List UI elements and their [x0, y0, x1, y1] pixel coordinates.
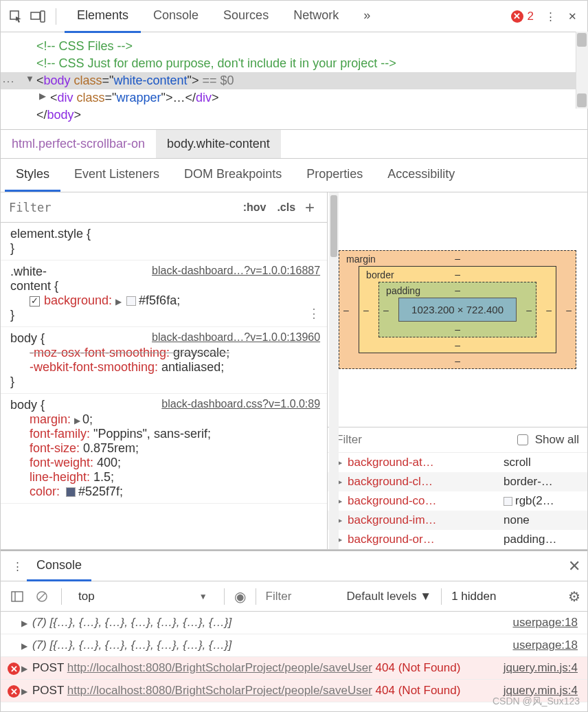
subtab-dom-breakpoints[interactable]: DOM Breakpoints [173, 159, 293, 192]
error-count: 2 [528, 10, 534, 23]
scroll-up-icon[interactable] [577, 33, 587, 47]
box-border[interactable]: border –––– padding –––– 1023.200 × 722.… [359, 266, 556, 353]
css-rules[interactable]: element.style {}black-dashboard…?v=1.0.0… [1, 223, 327, 549]
property-checkbox[interactable] [30, 296, 40, 307]
expand-icon[interactable]: ▶ [21, 641, 27, 651]
close-icon[interactable]: ✕ [563, 7, 582, 26]
expand-icon[interactable]: ▶ [21, 619, 27, 628]
inspect-icon[interactable] [6, 7, 25, 26]
dom-line[interactable]: </body> [1, 107, 587, 124]
scroll-down-icon[interactable] [577, 93, 587, 107]
tab-console[interactable]: Console [141, 0, 211, 33]
svg-rect-2 [41, 11, 45, 22]
error-badge-icon: ✕ [511, 10, 523, 23]
error-indicator[interactable]: ✕ 2 [511, 10, 534, 23]
show-all-label: Show all [535, 433, 579, 447]
computed-row[interactable]: ▶background-im…none [328, 511, 587, 530]
chevron-down-icon: ▼ [199, 592, 207, 601]
error-icon: ✕ [8, 663, 20, 675]
styles-filter-input[interactable] [9, 201, 238, 214]
margin-label: margin [346, 254, 376, 265]
rule-source-link[interactable]: black-dashboard.css?v=1.0.0:89 [161, 398, 320, 410]
hov-toggle[interactable]: :hov [238, 201, 272, 214]
expand-icon[interactable]: ▶ [21, 687, 27, 696]
css-rule[interactable]: element.style {} [1, 223, 327, 260]
computed-panel: Show all ▶background-at…scroll▶backgroun… [328, 427, 587, 549]
dom-line[interactable]: ▶<div class="wrapper">…</div> [1, 89, 587, 107]
box-model: margin –––– border –––– padding –––– 102… [328, 192, 587, 427]
error-icon: ✕ [8, 685, 20, 698]
css-rule[interactable]: black-dashboard…?v=1.0.0:13960body {-moz… [1, 327, 327, 394]
cls-toggle[interactable]: .cls [271, 201, 301, 214]
console-sidebar-icon[interactable] [8, 587, 27, 606]
divider [56, 8, 56, 25]
drawer-kebab-icon[interactable]: ⋮ [8, 557, 27, 576]
device-toggle-icon[interactable] [28, 7, 47, 26]
svg-line-6 [38, 593, 45, 600]
log-source-link[interactable]: jquery.min.js:4 [504, 661, 578, 675]
color-swatch-icon[interactable] [66, 487, 76, 497]
elements-subtabs: Styles Event Listeners DOM Breakpoints P… [1, 159, 587, 192]
tab-elements[interactable]: Elements [65, 0, 141, 33]
watermark: CSDN @风_Sux123 [493, 696, 580, 708]
console-error-row[interactable]: ✕▶POST http://localhost:8080/BrightSchol… [1, 657, 587, 680]
devtools-toolbar: Elements Console Sources Network » ✕ 2 ⋮… [1, 1, 587, 32]
dom-line[interactable]: <!-- CSS Just for demo purpose, don't in… [1, 55, 587, 72]
css-rule[interactable]: black-dashboard…?v=1.0.0:16887.white-con… [1, 260, 327, 327]
dom-tree[interactable]: <!-- CSS Files --><!-- CSS Just for demo… [1, 32, 587, 129]
styles-filter-row: :hov .cls + [1, 192, 327, 223]
box-content[interactable]: 1023.200 × 722.400 [398, 298, 517, 322]
padding-label: padding [386, 285, 420, 296]
expand-icon[interactable]: ▶ [21, 664, 27, 674]
log-source-link[interactable]: userpage:18 [512, 638, 578, 652]
computed-row[interactable]: ▶background-at…scroll [328, 453, 587, 472]
rule-kebab-icon[interactable]: ⋮ [308, 306, 320, 321]
log-source-link[interactable]: userpage:18 [512, 616, 578, 630]
console-filter-input[interactable] [266, 590, 341, 603]
error-url-link[interactable]: http://localhost:8080/BrightScholarProje… [67, 684, 372, 697]
css-rule[interactable]: black-dashboard.css?v=1.0.0:89body {marg… [1, 394, 327, 504]
drawer-tab-console[interactable]: Console [27, 551, 91, 581]
color-swatch-icon [504, 497, 512, 506]
subtab-styles[interactable]: Styles [5, 159, 60, 192]
computed-filter-input[interactable] [336, 433, 510, 447]
live-expression-icon[interactable]: ◉ [234, 588, 246, 605]
show-all-checkbox[interactable] [517, 434, 528, 445]
box-padding[interactable]: padding –––– 1023.200 × 722.400 [378, 282, 536, 337]
console-drawer: ⋮ Console ✕ top▼ ◉ Default levels ▼ 1 hi… [1, 550, 587, 711]
crumb-body[interactable]: body.white-content [156, 130, 281, 158]
subtab-accessibility[interactable]: Accessibility [376, 159, 466, 192]
computed-row[interactable]: ▶background-co…rgb(2… [328, 491, 587, 511]
log-levels-selector[interactable]: Default levels ▼ [347, 590, 432, 603]
error-url-link[interactable]: http://localhost:8080/BrightScholarProje… [67, 661, 372, 674]
computed-row[interactable]: ▶background-or…padding… [328, 530, 587, 549]
svg-rect-3 [12, 592, 23, 601]
scrollbar-thumb[interactable] [330, 195, 337, 257]
tabs-overflow-icon[interactable]: » [351, 0, 383, 33]
rule-source-link[interactable]: black-dashboard…?v=1.0.0:13960 [152, 331, 320, 344]
subtab-event-listeners[interactable]: Event Listeners [63, 159, 170, 192]
new-rule-icon[interactable]: + [301, 198, 319, 217]
console-log-row[interactable]: ▶(7) [{…}, {…}, {…}, {…}, {…}, {…}, {…}]… [1, 612, 587, 634]
tab-network[interactable]: Network [281, 0, 351, 33]
hidden-count[interactable]: 1 hidden [451, 590, 496, 603]
main-tabs: Elements Console Sources Network » [65, 0, 383, 33]
rule-source-link[interactable]: black-dashboard…?v=1.0.0:16887 [152, 265, 320, 277]
clear-console-icon[interactable] [32, 587, 52, 606]
svg-rect-1 [31, 12, 40, 19]
dom-line[interactable]: <!-- CSS Files --> [1, 38, 587, 55]
color-swatch-icon[interactable] [126, 296, 136, 306]
console-settings-icon[interactable]: ⚙ [568, 588, 580, 605]
console-log-row[interactable]: ▶(7) [{…}, {…}, {…}, {…}, {…}, {…}, {…}]… [1, 634, 587, 657]
box-margin[interactable]: margin –––– border –––– padding –––– 102… [339, 250, 576, 369]
subtab-properties[interactable]: Properties [295, 159, 374, 192]
tab-sources[interactable]: Sources [211, 0, 281, 33]
styles-scrollbar[interactable] [329, 192, 339, 549]
dom-scrollbar[interactable] [576, 32, 588, 109]
computed-row[interactable]: ▶background-cl…border-… [328, 472, 587, 491]
context-selector[interactable]: top▼ [71, 587, 214, 606]
crumb-html[interactable]: html.perfect-scrollbar-on [1, 130, 156, 158]
kebab-menu-icon[interactable]: ⋮ [541, 7, 560, 26]
dom-line[interactable]: ⋯▼<body class="white-content"> == $0 [1, 72, 587, 89]
drawer-close-icon[interactable]: ✕ [568, 557, 580, 575]
